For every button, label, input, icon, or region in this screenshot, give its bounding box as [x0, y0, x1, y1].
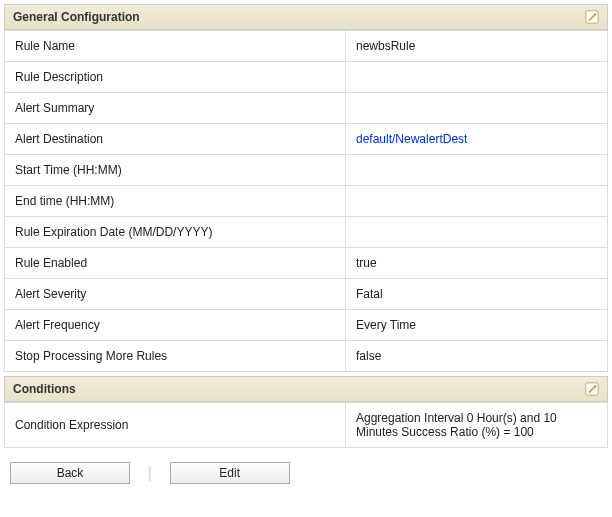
general-config-title: General Configuration: [13, 10, 140, 24]
table-row: Rule Expiration Date (MM/DD/YYYY): [5, 217, 608, 248]
row-value[interactable]: default/NewalertDest: [346, 124, 608, 155]
row-value: [346, 93, 608, 124]
table-row: Rule NamenewbsRule: [5, 31, 608, 62]
row-label: Condition Expression: [5, 403, 346, 448]
table-row: Rule Enabledtrue: [5, 248, 608, 279]
table-row: Start Time (HH:MM): [5, 155, 608, 186]
table-row: Alert Destinationdefault/NewalertDest: [5, 124, 608, 155]
general-config-table: Rule NamenewbsRuleRule DescriptionAlert …: [4, 30, 608, 372]
button-bar: Back | Edit: [4, 462, 608, 484]
row-value: Fatal: [346, 279, 608, 310]
general-config-header: General Configuration: [4, 4, 608, 30]
row-label: Alert Severity: [5, 279, 346, 310]
row-value: newbsRule: [346, 31, 608, 62]
edit-icon[interactable]: [585, 10, 599, 24]
table-row: Alert Summary: [5, 93, 608, 124]
row-value: [346, 217, 608, 248]
row-label: Stop Processing More Rules: [5, 341, 346, 372]
table-row: End time (HH:MM): [5, 186, 608, 217]
edit-button[interactable]: Edit: [170, 462, 290, 484]
row-label: Alert Summary: [5, 93, 346, 124]
row-value: [346, 155, 608, 186]
row-label: Rule Name: [5, 31, 346, 62]
conditions-title: Conditions: [13, 382, 76, 396]
row-value: [346, 62, 608, 93]
table-row: Stop Processing More Rulesfalse: [5, 341, 608, 372]
row-label: Alert Destination: [5, 124, 346, 155]
edit-icon[interactable]: [585, 382, 599, 396]
table-row: Rule Description: [5, 62, 608, 93]
row-label: Rule Description: [5, 62, 346, 93]
row-label: End time (HH:MM): [5, 186, 346, 217]
row-value: Every Time: [346, 310, 608, 341]
row-value: Aggregation Interval 0 Hour(s) and 10 Mi…: [346, 403, 608, 448]
row-value: false: [346, 341, 608, 372]
conditions-header: Conditions: [4, 376, 608, 402]
table-row: Alert FrequencyEvery Time: [5, 310, 608, 341]
row-label: Rule Expiration Date (MM/DD/YYYY): [5, 217, 346, 248]
row-label: Start Time (HH:MM): [5, 155, 346, 186]
conditions-table: Condition ExpressionAggregation Interval…: [4, 402, 608, 448]
alert-destination-link[interactable]: default/NewalertDest: [356, 132, 467, 146]
row-label: Alert Frequency: [5, 310, 346, 341]
table-row: Alert SeverityFatal: [5, 279, 608, 310]
button-separator: |: [148, 465, 152, 481]
table-row: Condition ExpressionAggregation Interval…: [5, 403, 608, 448]
row-label: Rule Enabled: [5, 248, 346, 279]
row-value: [346, 186, 608, 217]
back-button[interactable]: Back: [10, 462, 130, 484]
row-value: true: [346, 248, 608, 279]
